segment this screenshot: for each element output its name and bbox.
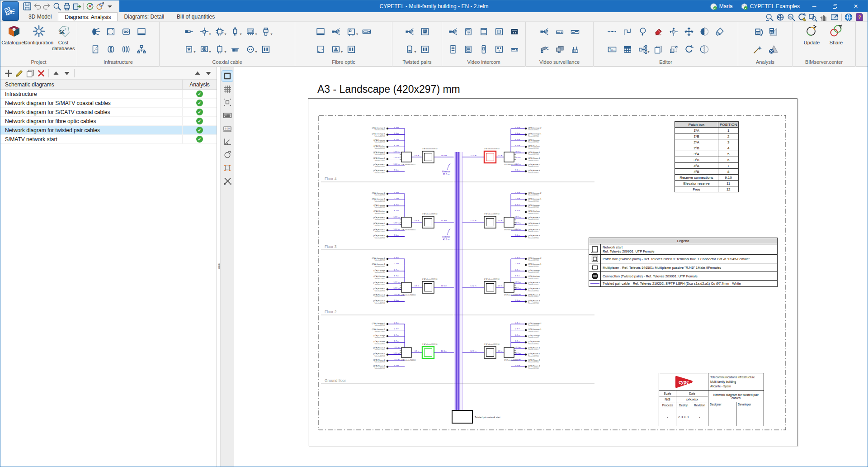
panel-splitter[interactable]: ●●●: [217, 67, 221, 467]
share-button[interactable]: Share: [825, 22, 848, 58]
minimize-button[interactable]: ─: [804, 0, 824, 12]
switch-icon[interactable]: [567, 24, 582, 40]
zoom-all-icon[interactable]: [775, 13, 786, 22]
tv-outlet-icon[interactable]: ▼: [243, 41, 258, 58]
list-item[interactable]: Network diagram for S/CATV coaxial cable…: [0, 108, 217, 117]
cabinet-icon[interactable]: [88, 41, 103, 58]
din-module-icon[interactable]: [476, 24, 491, 40]
user-button[interactable]: Maria: [707, 0, 736, 12]
fibre-cable-icon[interactable]: [329, 24, 344, 40]
delete-button[interactable]: [36, 68, 47, 78]
redo-button[interactable]: [42, 2, 52, 11]
error-check-icon[interactable]: [765, 41, 780, 58]
tools-button[interactable]: [222, 176, 233, 186]
undo-button[interactable]: [32, 2, 42, 11]
pan-icon[interactable]: [818, 13, 829, 22]
list-item[interactable]: Infrastructure ✓: [0, 90, 217, 99]
move-up-button[interactable]: [51, 68, 61, 78]
save-button[interactable]: [22, 2, 32, 11]
collapse-button[interactable]: [192, 68, 203, 78]
workstation-icon[interactable]: [552, 41, 567, 58]
filter-icon[interactable]: ▼: [197, 41, 212, 58]
cctv-camera-icon[interactable]: [537, 41, 552, 58]
quick-access-menu-button[interactable]: [105, 2, 115, 11]
selection-window-button[interactable]: [222, 71, 233, 81]
node-tree-icon[interactable]: ▼: [635, 41, 650, 58]
print-button[interactable]: [62, 2, 72, 11]
redraw-icon[interactable]: [797, 13, 807, 22]
copy-button[interactable]: [25, 68, 36, 78]
registration-box-icon[interactable]: [134, 24, 149, 40]
expand-button[interactable]: [203, 68, 214, 78]
riser-column-icon[interactable]: [446, 41, 461, 58]
drawing-canvas[interactable]: A3 - Landscape (420x297) mm Floor 4Floor…: [234, 67, 868, 467]
multiswitch-icon[interactable]: ▼: [212, 24, 227, 40]
intercom-rack-icon[interactable]: [507, 41, 522, 58]
full-screen-icon[interactable]: [829, 13, 840, 22]
fibre-end-icon[interactable]: [344, 41, 359, 58]
text-box-icon[interactable]: Tx...: [604, 41, 619, 58]
network-layout-icon[interactable]: [134, 41, 149, 58]
intercom-phone-icon[interactable]: [461, 24, 476, 40]
cable-drum-icon[interactable]: [103, 41, 118, 58]
tab-diagrams-detail[interactable]: Diagrams: Detail: [118, 12, 170, 21]
selection-marks-button[interactable]: [222, 162, 233, 173]
tp-end-icon[interactable]: [417, 41, 432, 58]
move-down-button[interactable]: [61, 68, 72, 78]
language-globe-icon[interactable]: [843, 13, 854, 22]
analysis-options-icon[interactable]: [765, 24, 780, 40]
copy-icon[interactable]: [651, 41, 665, 58]
fibre-blank-box-icon[interactable]: [313, 24, 328, 40]
derivation-box-icon[interactable]: ▼: [212, 41, 227, 58]
catalogues-button[interactable]: Catalogues: [2, 22, 26, 58]
pin-icon[interactable]: [635, 24, 650, 40]
account-button[interactable]: CYPETEL Examples: [737, 0, 803, 12]
connector-icon[interactable]: ▼: [258, 24, 273, 40]
tab-bill-of-quantities[interactable]: Bill of quantities: [170, 12, 221, 21]
dimension-button[interactable]: 1.00: [222, 123, 233, 134]
polyline-icon[interactable]: [620, 24, 635, 40]
power-unit-icon[interactable]: [507, 24, 522, 40]
splice-tray-icon[interactable]: [359, 24, 374, 40]
scale-icon[interactable]: [666, 41, 681, 58]
update-results-icon[interactable]: [750, 24, 765, 40]
cost-databases-button[interactable]: $€Cost databases: [52, 22, 75, 58]
list-item[interactable]: Network diagram for twisted pair cables …: [0, 126, 217, 135]
optical-box-icon[interactable]: ▼: [344, 24, 359, 40]
orbit-button[interactable]: [222, 149, 233, 160]
tab-diagrams-analysis[interactable]: Diagrams: Analysis: [58, 12, 118, 21]
rotate-icon[interactable]: [681, 41, 696, 58]
router-icon[interactable]: [567, 41, 582, 58]
junction-box-icon[interactable]: [103, 24, 118, 40]
twisted-pair-cable-icon[interactable]: [402, 24, 417, 40]
angle-button[interactable]: [222, 136, 233, 147]
snap-button[interactable]: [222, 97, 233, 108]
street-panel-icon[interactable]: [461, 41, 476, 58]
match-properties-icon[interactable]: [712, 24, 727, 40]
dotted-line-icon[interactable]: [604, 24, 619, 40]
attenuator-icon[interactable]: ▼: [181, 41, 196, 58]
coaxial-cable-icon[interactable]: [181, 24, 196, 40]
general-settings-button[interactable]: [85, 2, 95, 11]
table-icon[interactable]: [620, 41, 635, 58]
list-item[interactable]: Network diagram for fibre optic cables ✓: [0, 117, 217, 126]
splitter-icon[interactable]: ▼: [197, 24, 212, 40]
wall-plate-icon[interactable]: [492, 24, 507, 40]
door-station-icon[interactable]: [476, 41, 491, 58]
configuration-button[interactable]: Configuration: [27, 22, 51, 58]
satellite-dish-icon[interactable]: [88, 24, 103, 40]
list-item[interactable]: S/MATV network start ✓: [0, 135, 217, 144]
update-button[interactable]: Update: [800, 22, 824, 58]
user-settings-button[interactable]: [95, 2, 105, 11]
add-button[interactable]: [3, 68, 14, 78]
symmetry-icon[interactable]: [697, 24, 712, 40]
tab-3d-model[interactable]: 3D Model: [22, 12, 58, 21]
move-icon[interactable]: [681, 24, 696, 40]
cctv-cable-icon[interactable]: [537, 24, 552, 40]
zoom-previous-icon[interactable]: [764, 13, 775, 22]
zoom-x2-icon[interactable]: x2: [786, 13, 797, 22]
zoom-window-icon[interactable]: [807, 13, 818, 22]
coax-end-icon[interactable]: [258, 41, 273, 58]
app-icon[interactable]: [2, 1, 19, 21]
monitor-unit-icon[interactable]: [492, 41, 507, 58]
